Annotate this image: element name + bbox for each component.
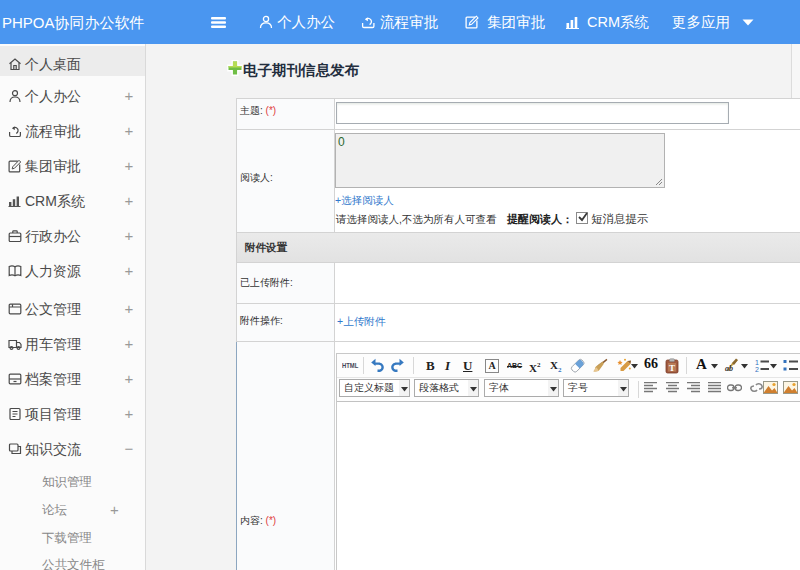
svg-text:1: 1 [755,359,759,366]
svg-text:2: 2 [755,366,759,373]
svg-text:ab: ab [725,364,733,373]
svg-text:T: T [669,363,675,373]
